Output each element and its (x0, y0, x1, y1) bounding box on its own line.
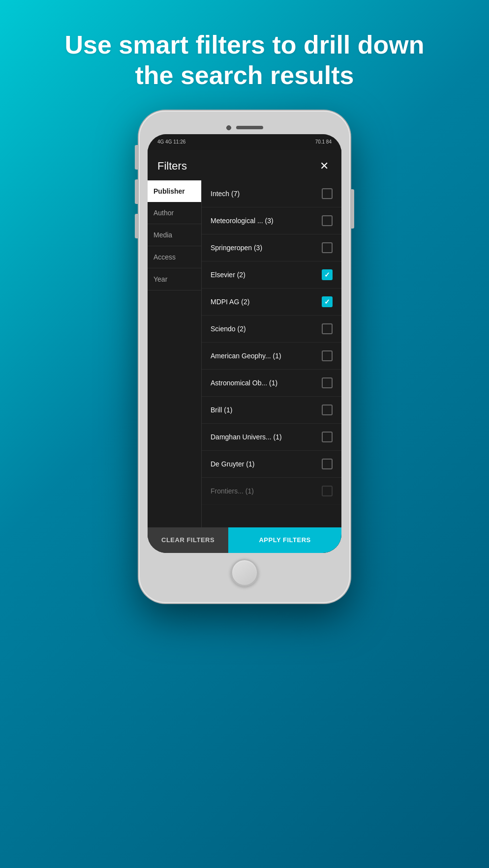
phone-screen: 4G 4G 11:26 70.1 84 Filters ✕ Publisher … (148, 134, 341, 553)
checkbox-astronomical[interactable] (322, 377, 333, 388)
status-left: 4G 4G 11:26 (157, 139, 185, 145)
front-camera-dot (226, 125, 231, 130)
checkbox-springeropen[interactable] (322, 242, 333, 253)
filters-title: Filters (157, 160, 187, 173)
checkbox-intech[interactable] (322, 188, 333, 199)
earpiece (236, 126, 263, 129)
hero-line2: the search results (135, 61, 354, 89)
checkbox-damghan[interactable] (322, 432, 333, 442)
filter-item-de-gruyter[interactable]: De Gruyter (1) (202, 451, 341, 478)
hero-line1: Use smart filters to drill down (64, 30, 424, 59)
sidebar-item-access[interactable]: Access (148, 246, 201, 268)
phone-mockup: 4G 4G 11:26 70.1 84 Filters ✕ Publisher … (139, 111, 350, 603)
close-button[interactable]: ✕ (317, 159, 332, 174)
checkbox-elsevier[interactable] (322, 269, 333, 280)
filter-item-damghan[interactable]: Damghan Univers... (1) (202, 424, 341, 451)
filter-item-astronomical[interactable]: Astronomical Ob... (1) (202, 370, 341, 397)
filter-item-intech[interactable]: Intech (7) (202, 180, 341, 207)
status-bar: 4G 4G 11:26 70.1 84 (148, 134, 341, 150)
checkbox-brill[interactable] (322, 405, 333, 415)
checkbox-frontiers[interactable] (322, 486, 333, 496)
filter-actions: CLEAR FILTERS APPLY FILTERS (148, 527, 341, 553)
filter-sidebar: Publisher Author Media Access Year (148, 180, 202, 527)
status-right: 70.1 84 (315, 139, 332, 145)
filter-item-frontiers[interactable]: Frontiers... (1) (202, 478, 341, 505)
filter-item-meteorological[interactable]: Meteorological ... (3) (202, 207, 341, 234)
filter-item-brill[interactable]: Brill (1) (202, 397, 341, 424)
app-content: Filters ✕ Publisher Author Media Access … (148, 150, 341, 553)
filter-list: Intech (7) Meteorological ... (3) Spring… (202, 180, 341, 527)
sidebar-item-author[interactable]: Author (148, 202, 201, 224)
sidebar-item-publisher[interactable]: Publisher (148, 180, 201, 202)
filter-item-springeropen[interactable]: Springeropen (3) (202, 234, 341, 261)
filter-item-mdpi[interactable]: MDPI AG (2) (202, 289, 341, 316)
home-button[interactable] (231, 559, 258, 586)
phone-top (148, 119, 341, 134)
filter-item-elsevier[interactable]: Elsevier (2) (202, 261, 341, 289)
sidebar-item-media[interactable]: Media (148, 224, 201, 246)
sidebar-item-year[interactable]: Year (148, 268, 201, 290)
home-button-area (148, 553, 341, 594)
filter-item-sciendo[interactable]: Sciendo (2) (202, 316, 341, 343)
checkbox-american-geophy[interactable] (322, 350, 333, 361)
clear-filters-button[interactable]: CLEAR FILTERS (148, 527, 228, 553)
checkbox-de-gruyter[interactable] (322, 459, 333, 469)
checkbox-meteorological[interactable] (322, 215, 333, 226)
filter-item-american-geophy[interactable]: American Geophy... (1) (202, 343, 341, 370)
checkbox-mdpi[interactable] (322, 296, 333, 307)
apply-filters-button[interactable]: APPLY FILTERS (228, 527, 341, 553)
checkbox-sciendo[interactable] (322, 323, 333, 334)
filters-header: Filters ✕ (148, 150, 341, 180)
filter-body: Publisher Author Media Access Year Intec… (148, 180, 341, 527)
hero-text: Use smart filters to drill down the sear… (35, 29, 454, 91)
